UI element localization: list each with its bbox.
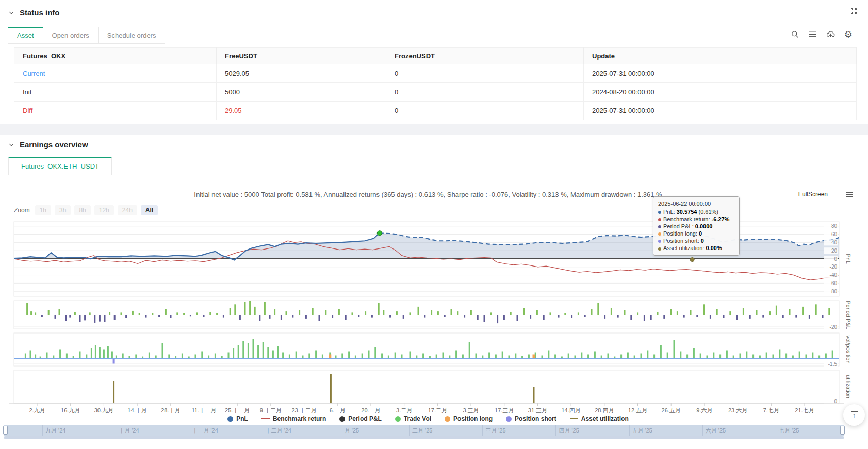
svg-text:9.十二月: 9.十二月	[260, 407, 282, 413]
cell: 2025-07-31 00:00:00	[584, 102, 857, 120]
earnings-overview-section: Earnings overview Futures_OKX.ETH_USDT I…	[0, 135, 868, 449]
svg-text:25.十一月: 25.十一月	[225, 407, 250, 413]
table-row-diff: Diff29.0502025-07-31 00:00:00	[14, 102, 857, 120]
legend-item-pnl[interactable]: PnL	[227, 415, 248, 422]
status-tabs: AssetOpen ordersSchedule orders	[8, 27, 860, 44]
zoom-button-all[interactable]: All	[141, 205, 158, 215]
settings-gear-icon[interactable]: ⚙	[844, 30, 853, 39]
tooltip-row: Position short: 0	[658, 237, 734, 244]
svg-text:7.七月: 7.七月	[763, 407, 779, 413]
svg-text:-20: -20	[830, 264, 838, 270]
navigator-gridline	[482, 425, 483, 436]
navigator-gridline	[555, 425, 556, 436]
series-dot-icon	[658, 218, 661, 221]
legend-item-period-p-l[interactable]: Period P&L	[339, 415, 382, 422]
svg-text:30.九月: 30.九月	[94, 407, 113, 413]
svg-text:31.三月: 31.三月	[528, 407, 547, 413]
tab-futures-okx-eth-usdt[interactable]: Futures_OKX.ETH_USDT	[8, 157, 112, 175]
cell[interactable]: Current	[14, 64, 217, 83]
svg-text:23.六月: 23.六月	[728, 407, 747, 413]
svg-text:16.九月: 16.九月	[61, 407, 80, 413]
svg-text:2.九月: 2.九月	[29, 407, 45, 413]
navigator-month-label: 四月 '25	[559, 427, 579, 435]
search-icon[interactable]	[791, 30, 799, 39]
navigator-scrollbar[interactable]	[4, 436, 844, 439]
navigator-month-label: 五月 '25	[632, 427, 652, 435]
expand-icon[interactable]	[850, 7, 858, 17]
tooltip-row: Period P&L: 0.0000	[658, 223, 734, 230]
svg-text:20: 20	[831, 248, 838, 254]
chart-navigator[interactable]: 九月 '24十月 '24十一月 '24十二月 '24一月 '25二月 '25三月…	[4, 425, 844, 436]
column-header-update: Update	[584, 48, 857, 64]
tab-asset[interactable]: Asset	[8, 27, 43, 44]
legend-item-benchmark-return[interactable]: Benchmark return	[261, 415, 326, 422]
cell: 0	[386, 64, 584, 83]
navigator-gridline	[116, 425, 116, 436]
tab-open-orders[interactable]: Open orders	[43, 27, 99, 44]
navigator-gridline	[189, 425, 189, 436]
cell: 5000	[217, 83, 386, 102]
svg-text:-80: -80	[830, 289, 838, 294]
collapse-chevron-icon[interactable]	[8, 142, 14, 148]
legend-item-position-short[interactable]: Position short	[506, 415, 556, 422]
earnings-section-title: Earnings overview	[20, 140, 88, 149]
series-dot-icon	[658, 240, 661, 243]
zoom-buttons: 1h3h8h12h24hAll	[35, 205, 158, 215]
legend-dot-icon	[339, 416, 345, 422]
navigator-right-handle[interactable]	[840, 426, 845, 435]
asset-table: Futures_OKXFreeUSDTFrozenUSDTUpdate Curr…	[14, 47, 857, 120]
cell: 29.05	[217, 102, 386, 120]
svg-text:40: 40	[831, 240, 838, 245]
section-divider	[0, 124, 868, 135]
tooltip-row: Asset utilization: 0.00%	[658, 244, 734, 252]
column-header-futures-okx: Futures_OKX	[14, 48, 217, 64]
navigator-left-handle[interactable]	[3, 426, 8, 435]
up-arrow-icon: ↑	[853, 412, 856, 419]
svg-text:23.十二月: 23.十二月	[291, 407, 316, 413]
navigator-gridline	[702, 425, 703, 436]
legend-dot-icon	[445, 416, 450, 422]
menu-icon[interactable]	[808, 30, 817, 39]
cell: 2025-07-31 00:00:00	[584, 64, 857, 83]
zoom-button-8h: 8h	[74, 205, 90, 215]
svg-text:17.二月: 17.二月	[428, 407, 447, 413]
svg-text:utilization: utilization	[845, 375, 851, 398]
status-toolbar: ⚙	[791, 29, 853, 39]
tooltip-rows: PnL: 30.5754 (0.61%)Benchmark return: -6…	[658, 208, 734, 252]
svg-text:14.四月: 14.四月	[561, 407, 580, 413]
collapse-chevron-icon[interactable]	[8, 10, 14, 16]
asset-table-body: Current5029.0502025-07-31 00:00:00Init50…	[14, 64, 857, 120]
asset-table-header: Futures_OKXFreeUSDTFrozenUSDTUpdate	[14, 48, 857, 64]
svg-text:vol/position: vol/position	[845, 335, 851, 363]
back-to-top-button[interactable]: ↑	[843, 404, 865, 426]
svg-text:80: 80	[831, 223, 838, 229]
tab-schedule-orders[interactable]: Schedule orders	[98, 27, 166, 44]
svg-text:PnL: PnL	[845, 254, 851, 264]
navigator-gridline	[336, 425, 336, 436]
status-info-section: Status info AssetOpen ordersSchedule ord…	[0, 0, 868, 124]
fullscreen-button[interactable]: FullScreen	[798, 191, 828, 198]
svg-text:Period P&L: Period P&L	[845, 301, 851, 329]
legend-item-asset-utilization[interactable]: Asset utilization	[570, 415, 629, 422]
table-row-init: Init500002024-08-20 00:00:00	[14, 83, 857, 102]
legend-item-position-long[interactable]: Position long	[445, 415, 493, 422]
navigator-month-label: 十二月 '24	[266, 427, 291, 435]
navigator-gridline	[776, 425, 776, 436]
column-header-frozenusdt: FrozenUSDT	[386, 48, 584, 64]
svg-text:14.十月: 14.十月	[127, 407, 146, 413]
svg-text:20.一月: 20.一月	[361, 407, 380, 413]
cell: Diff	[14, 102, 217, 120]
zoom-button-12h: 12h	[94, 205, 114, 215]
legend-item-trade-vol[interactable]: Trade Vol	[395, 415, 431, 422]
chart-context-menu-icon[interactable]	[845, 190, 854, 201]
navigator-month-label: 一月 '25	[339, 427, 359, 435]
legend-line-icon	[570, 418, 578, 419]
svg-text:-1.5: -1.5	[828, 361, 838, 367]
cloud-download-icon[interactable]	[826, 29, 836, 39]
svg-text:26.五月: 26.五月	[662, 407, 681, 413]
cell: 2024-08-20 00:00:00	[584, 83, 857, 102]
legend-dot-icon	[506, 416, 512, 422]
svg-text:9.六月: 9.六月	[696, 407, 712, 413]
svg-text:3.二月: 3.二月	[396, 407, 412, 413]
svg-text:6.一月: 6.一月	[330, 407, 346, 413]
